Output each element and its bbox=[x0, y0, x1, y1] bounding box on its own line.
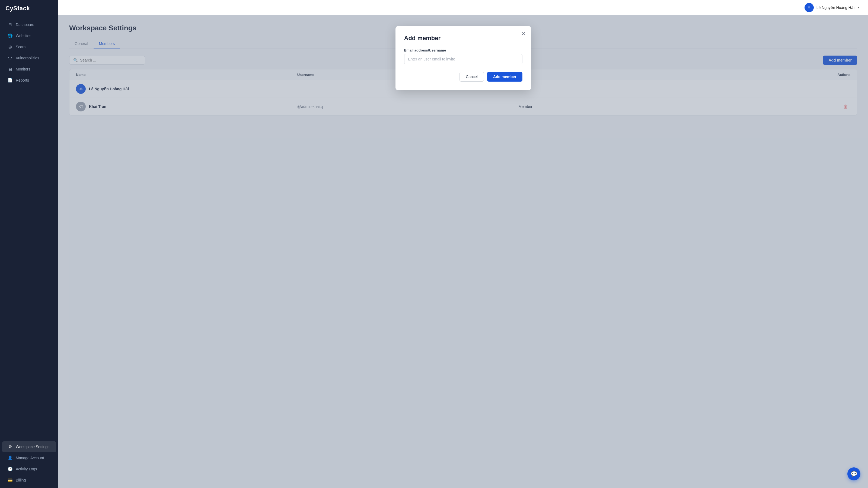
settings-icon: ⚙ bbox=[8, 444, 12, 449]
app-name: CyStack bbox=[5, 5, 30, 12]
modal-title: Add member bbox=[404, 35, 522, 42]
cancel-button[interactable]: Cancel bbox=[460, 72, 484, 82]
sidebar-nav: ⊞ Dashboard 🌐 Websites ◎ Scans 🛡 Vulnera… bbox=[0, 17, 58, 438]
sidebar-item-label: Websites bbox=[16, 34, 31, 38]
sidebar-item-label: Workspace Settings bbox=[16, 445, 50, 449]
user-menu[interactable]: ❄ Lê Nguyễn Hoàng Hải ▾ bbox=[805, 3, 859, 12]
email-input[interactable] bbox=[404, 54, 522, 64]
sidebar-item-label: Activity Logs bbox=[16, 467, 37, 471]
user-name: Lê Nguyễn Hoàng Hải bbox=[816, 5, 855, 10]
chat-bubble-button[interactable]: 💬 bbox=[847, 467, 860, 480]
modal-actions: Cancel Add member bbox=[404, 72, 522, 82]
sidebar: CyStack ⊞ Dashboard 🌐 Websites ◎ Scans 🛡… bbox=[0, 0, 58, 488]
chevron-down-icon: ▾ bbox=[858, 6, 859, 9]
shield-icon: 🛡 bbox=[8, 56, 12, 61]
submit-add-member-button[interactable]: Add member bbox=[487, 72, 522, 82]
clock-icon: 🕐 bbox=[8, 466, 12, 471]
sidebar-item-dashboard[interactable]: ⊞ Dashboard bbox=[2, 19, 56, 30]
sidebar-item-label: Dashboard bbox=[16, 23, 34, 27]
chat-icon: 💬 bbox=[850, 470, 858, 477]
topbar: ❄ Lê Nguyễn Hoàng Hải ▾ bbox=[58, 0, 868, 15]
main-area: ❄ Lê Nguyễn Hoàng Hải ▾ Workspace Settin… bbox=[58, 0, 868, 488]
grid-icon: ⊞ bbox=[8, 22, 12, 27]
page-content: Workspace Settings General Members 🔍 Add… bbox=[58, 15, 868, 488]
sidebar-item-label: Manage Account bbox=[16, 456, 44, 460]
monitor-icon: 🖥 bbox=[8, 67, 12, 72]
sidebar-item-websites[interactable]: 🌐 Websites bbox=[2, 30, 56, 41]
sidebar-item-scans[interactable]: ◎ Scans bbox=[2, 41, 56, 52]
sidebar-item-vulnerabilities[interactable]: 🛡 Vulnerabilities bbox=[2, 53, 56, 63]
search-circle-icon: ◎ bbox=[8, 44, 12, 50]
credit-card-icon: 💳 bbox=[8, 478, 12, 483]
sidebar-item-reports[interactable]: 📄 Reports bbox=[2, 75, 56, 86]
sidebar-item-label: Vulnerabilities bbox=[16, 56, 39, 60]
modal-overlay[interactable]: Add member ✕ Email address/Username Canc… bbox=[58, 15, 868, 488]
globe-icon: 🌐 bbox=[8, 33, 12, 38]
sidebar-item-billing[interactable]: 💳 Billing bbox=[2, 475, 56, 486]
sidebar-item-label: Reports bbox=[16, 78, 29, 83]
sidebar-item-label: Scans bbox=[16, 45, 26, 49]
sidebar-item-label: Billing bbox=[16, 478, 26, 482]
sidebar-item-workspace-settings[interactable]: ⚙ Workspace Settings bbox=[2, 442, 56, 452]
logo: CyStack bbox=[0, 0, 58, 17]
sidebar-item-label: Monitors bbox=[16, 67, 30, 71]
sidebar-bottom: ⚙ Workspace Settings 👤 Manage Account 🕐 … bbox=[0, 438, 58, 488]
add-member-modal: Add member ✕ Email address/Username Canc… bbox=[396, 26, 531, 90]
sidebar-item-activity-logs[interactable]: 🕐 Activity Logs bbox=[2, 464, 56, 475]
user-avatar: ❄ bbox=[805, 3, 814, 12]
user-circle-icon: 👤 bbox=[8, 455, 12, 460]
modal-close-button[interactable]: ✕ bbox=[521, 31, 526, 36]
email-field-label: Email address/Username bbox=[404, 48, 522, 52]
file-text-icon: 📄 bbox=[8, 78, 12, 83]
sidebar-item-monitors[interactable]: 🖥 Monitors bbox=[2, 64, 56, 74]
sidebar-item-manage-account[interactable]: 👤 Manage Account bbox=[2, 453, 56, 463]
